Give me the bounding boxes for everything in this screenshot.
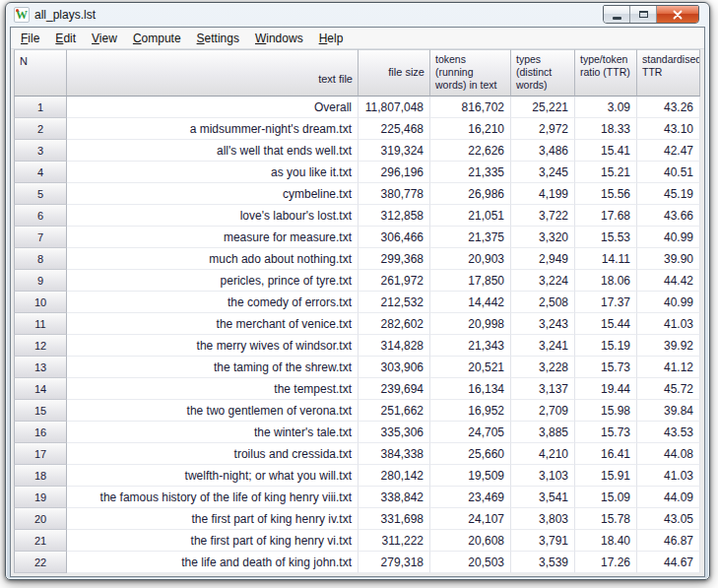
menu-settings[interactable]: Settings [189,30,247,47]
cell-sttr[interactable]: 44.08 [637,443,700,465]
cell-tokens[interactable]: 23,469 [430,487,511,508]
cell-file_size[interactable]: 296,196 [359,162,430,183]
column-header-sttr[interactable]: standardised TTR [637,49,700,97]
cell-sttr[interactable]: 40.99 [637,227,700,248]
cell-file_size[interactable]: 306,466 [359,227,430,248]
cell-file_size[interactable]: 282,602 [359,313,430,335]
cell-tokens[interactable]: 20,521 [430,357,511,378]
cell-tokens[interactable]: 16,210 [430,118,511,140]
cell-tokens[interactable]: 20,608 [430,530,511,552]
cell-text_file[interactable]: the two gentlemen of verona.txt [67,400,359,422]
cell-types[interactable]: 3,103 [511,465,575,487]
cell-file_size[interactable]: 303,906 [359,357,430,378]
menu-view[interactable]: View [84,30,125,47]
cell-file_size[interactable]: 251,662 [359,400,430,422]
column-header-tokens[interactable]: tokens (running words) in text [430,49,511,97]
menu-compute[interactable]: Compute [125,30,189,47]
cell-sttr[interactable]: 44.09 [637,487,700,508]
cell-ttr[interactable]: 17.68 [575,205,637,227]
cell-ttr[interactable]: 18.33 [575,118,637,140]
row-number[interactable]: 21 [14,530,67,552]
cell-types[interactable]: 3,245 [511,162,575,183]
cell-types[interactable]: 2,508 [511,292,575,313]
row-number[interactable]: 5 [14,183,67,205]
cell-ttr[interactable]: 15.53 [575,227,637,248]
cell-types[interactable]: 3,228 [511,357,575,378]
menu-file[interactable]: File [13,30,47,47]
column-header-file_size[interactable]: file size [359,49,430,97]
cell-ttr[interactable]: 18.06 [575,270,637,292]
cell-types[interactable]: 3,791 [511,530,575,552]
cell-file_size[interactable]: 279,318 [359,552,430,573]
cell-file_size[interactable]: 239,694 [359,378,430,400]
cell-sttr[interactable]: 40.51 [637,162,700,183]
cell-types[interactable]: 25,221 [511,97,575,118]
cell-text_file[interactable]: Overall [67,97,359,118]
cell-text_file[interactable]: the life and death of king john.txt [67,552,359,573]
cell-file_size[interactable]: 319,324 [359,140,430,162]
cell-tokens[interactable]: 20,998 [430,313,511,335]
menu-windows[interactable]: Windows [247,30,311,47]
cell-sttr[interactable]: 43.10 [637,118,700,140]
cell-text_file[interactable]: much ado about nothing.txt [67,248,359,270]
cell-sttr[interactable]: 46.87 [637,530,700,552]
cell-text_file[interactable]: all's well that ends well.txt [67,140,359,162]
cell-file_size[interactable]: 11,807,048 [359,97,430,118]
cell-text_file[interactable]: the famous history of the life of king h… [67,487,359,508]
cell-ttr[interactable]: 15.41 [575,140,637,162]
cell-types[interactable]: 3,137 [511,378,575,400]
row-number[interactable]: 11 [14,313,67,335]
cell-text_file[interactable]: the winter's tale.txt [67,422,359,443]
cell-text_file[interactable]: the first part of king henry vi.txt [67,530,359,552]
cell-tokens[interactable]: 24,107 [430,508,511,530]
cell-file_size[interactable]: 225,468 [359,118,430,140]
row-number[interactable]: 20 [14,508,67,530]
cell-tokens[interactable]: 25,660 [430,443,511,465]
cell-sttr[interactable]: 39.92 [637,335,700,357]
cell-tokens[interactable]: 17,850 [430,270,511,292]
cell-types[interactable]: 2,709 [511,400,575,422]
cell-sttr[interactable]: 41.12 [637,357,700,378]
cell-ttr[interactable]: 3.09 [575,97,637,118]
cell-sttr[interactable]: 43.66 [637,205,700,227]
cell-sttr[interactable]: 45.72 [637,378,700,400]
cell-tokens[interactable]: 20,503 [430,552,511,573]
column-header-n[interactable]: N [14,49,67,97]
menu-help[interactable]: Help [311,30,352,47]
cell-sttr[interactable]: 44.67 [637,552,700,573]
row-number[interactable]: 3 [14,140,67,162]
cell-sttr[interactable]: 39.90 [637,248,700,270]
column-header-ttr[interactable]: type/token ratio (TTR) [575,49,637,97]
cell-ttr[interactable]: 18.40 [575,530,637,552]
cell-text_file[interactable]: the taming of the shrew.txt [67,357,359,378]
column-header-text_file[interactable]: text file [67,49,359,97]
cell-text_file[interactable]: pericles, prince of tyre.txt [67,270,359,292]
title-bar[interactable]: W all_plays.lst [10,3,705,27]
cell-file_size[interactable]: 299,368 [359,248,430,270]
cell-file_size[interactable]: 212,532 [359,292,430,313]
cell-tokens[interactable]: 21,051 [430,205,511,227]
cell-types[interactable]: 3,722 [511,205,575,227]
maximize-button[interactable] [630,6,657,23]
row-number[interactable]: 17 [14,443,67,465]
cell-tokens[interactable]: 21,375 [430,227,511,248]
row-number[interactable]: 15 [14,400,67,422]
cell-tokens[interactable]: 26,986 [430,183,511,205]
cell-ttr[interactable]: 15.73 [575,422,637,443]
row-number[interactable]: 6 [14,205,67,227]
cell-text_file[interactable]: the first part of king henry iv.txt [67,508,359,530]
cell-types[interactable]: 3,885 [511,422,575,443]
row-number[interactable]: 8 [14,248,67,270]
cell-ttr[interactable]: 17.26 [575,552,637,573]
cell-tokens[interactable]: 21,335 [430,162,511,183]
cell-file_size[interactable]: 384,338 [359,443,430,465]
row-number[interactable]: 13 [14,357,67,378]
cell-tokens[interactable]: 14,442 [430,292,511,313]
cell-tokens[interactable]: 24,705 [430,422,511,443]
cell-sttr[interactable]: 43.26 [637,97,700,118]
cell-ttr[interactable]: 15.09 [575,487,637,508]
cell-sttr[interactable]: 42.47 [637,140,700,162]
cell-file_size[interactable]: 261,972 [359,270,430,292]
cell-text_file[interactable]: the merry wives of windsor.txt [67,335,359,357]
row-number[interactable]: 12 [14,335,67,357]
